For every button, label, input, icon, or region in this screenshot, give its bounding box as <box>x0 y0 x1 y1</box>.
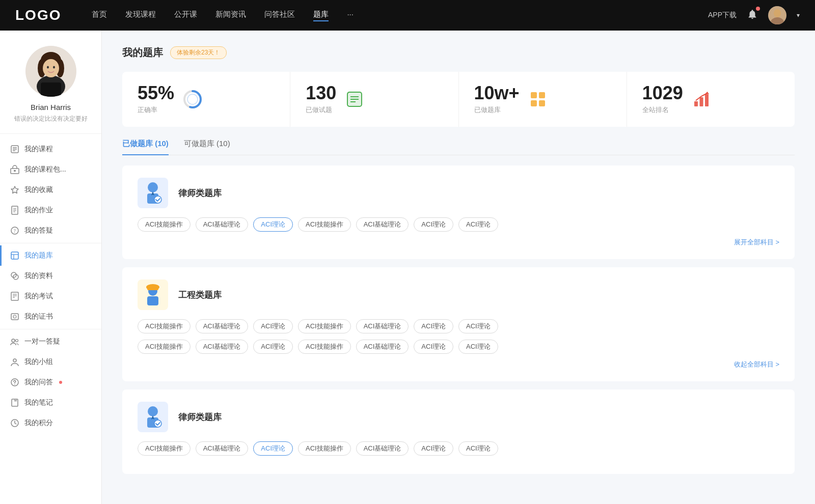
tag[interactable]: ACI基础理论 <box>356 319 409 333</box>
navbar-right: APP下载 ▾ <box>708 6 800 24</box>
svg-rect-65 <box>147 288 158 290</box>
sidebar-item-my-qa[interactable]: 我的问答 <box>0 372 101 393</box>
sidebar-menu: 我的课程 我的课程包... <box>0 134 101 438</box>
sidebar-item-package[interactable]: 我的课程包... <box>0 159 101 180</box>
star-icon <box>10 185 19 194</box>
course-icon <box>10 145 19 154</box>
tag[interactable]: ACI基础理论 <box>196 340 249 354</box>
svg-point-11 <box>53 66 55 69</box>
nav-discover[interactable]: 发现课程 <box>125 10 156 21</box>
stat-done-banks: 10w+ 已做题库 <box>459 72 627 127</box>
tag[interactable]: ACI理论 <box>253 319 293 333</box>
user-profile: Brian Harris 错误的决定比没有决定要好 <box>0 46 101 134</box>
tag[interactable]: ACI理论 <box>458 217 498 232</box>
sidebar-item-exam[interactable]: 我的考试 <box>0 286 101 306</box>
tag[interactable]: ACI基础理论 <box>356 217 409 232</box>
tag[interactable]: ACI技能操作 <box>298 217 351 232</box>
bank-icon-lawyer-1 <box>138 178 168 208</box>
main-content: 我的题库 体验剩余23天！ 55% 正确率 <box>102 31 815 504</box>
sidebar-item-points[interactable]: 我的积分 <box>0 413 101 433</box>
sidebar-item-bank[interactable]: 我的题库 <box>0 245 101 266</box>
sidebar-item-notes[interactable]: 我的笔记 <box>0 393 101 413</box>
tag[interactable]: ACI技能操作 <box>298 340 351 354</box>
tag[interactable]: ACI理论 <box>458 340 498 354</box>
bank-card-engineer: 工程类题库 ACI技能操作 ACI基础理论 ACI理论 ACI技能操作 ACI基… <box>122 267 795 381</box>
user-dropdown-arrow[interactable]: ▾ <box>797 12 800 19</box>
tag[interactable]: ACI理论 <box>458 319 498 333</box>
tabs-row: 已做题库 (10) 可做题库 (10) <box>122 139 795 155</box>
app-download-link[interactable]: APP下载 <box>708 11 737 20</box>
tag[interactable]: ACI技能操作 <box>298 441 351 456</box>
sidebar-item-qa-answer[interactable]: ? 我的答疑 <box>0 220 101 241</box>
notification-button[interactable] <box>747 9 758 22</box>
sidebar-item-certificate[interactable]: 我的证书 <box>0 306 101 327</box>
notification-badge <box>756 7 760 11</box>
page-header: 我的题库 体验剩余23天！ <box>122 46 795 60</box>
tag[interactable]: ACI技能操作 <box>138 319 191 333</box>
nav-home[interactable]: 首页 <box>92 10 107 21</box>
tag[interactable]: ACI基础理论 <box>196 441 249 456</box>
sidebar-item-group[interactable]: 我的小组 <box>0 352 101 372</box>
svg-rect-51 <box>531 92 537 98</box>
sidebar-item-homework[interactable]: 我的作业 <box>0 200 101 220</box>
tag[interactable]: ACI技能操作 <box>138 441 191 456</box>
tag[interactable]: ACI理论 <box>414 340 453 354</box>
tab-done-banks[interactable]: 已做题库 (10) <box>122 139 169 155</box>
tag-active[interactable]: ACI理论 <box>253 217 293 232</box>
bank-title-lawyer-1: 律师类题库 <box>178 187 222 199</box>
tag[interactable]: ACI基础理论 <box>356 340 409 354</box>
collapse-link-engineer[interactable]: 收起全部科目 > <box>138 360 779 369</box>
tags-row-engineer-2: ACI技能操作 ACI基础理论 ACI理论 ACI技能操作 ACI基础理论 AC… <box>138 340 779 354</box>
tag[interactable]: ACI理论 <box>414 441 453 456</box>
package-icon <box>10 165 19 174</box>
tag[interactable]: ACI理论 <box>458 441 498 456</box>
sidebar-item-favorites[interactable]: 我的收藏 <box>0 180 101 200</box>
material-icon <box>10 271 19 281</box>
tag-active[interactable]: ACI理论 <box>253 441 293 456</box>
exam-icon <box>10 292 19 301</box>
points-icon <box>10 418 19 428</box>
stat-icon-banks <box>528 89 548 109</box>
sidebar-divider-1 <box>0 243 101 243</box>
tag[interactable]: ACI技能操作 <box>138 217 191 232</box>
svg-rect-25 <box>11 252 18 259</box>
stat-label-rank: 全站排名 <box>642 105 683 115</box>
expand-link-lawyer-1[interactable]: 展开全部科目 > <box>138 238 779 247</box>
bank-icon <box>10 251 19 260</box>
nav-bank[interactable]: 题库 <box>313 10 329 21</box>
svg-rect-52 <box>539 92 545 98</box>
tag[interactable]: ACI基础理论 <box>356 441 409 456</box>
stat-value-correctness: 55% <box>138 84 174 102</box>
tag[interactable]: ACI基础理论 <box>196 319 249 333</box>
stat-label-correctness: 正确率 <box>138 105 174 115</box>
svg-point-1 <box>774 9 781 17</box>
tag[interactable]: ACI理论 <box>414 217 453 232</box>
tag[interactable]: ACI基础理论 <box>196 217 249 232</box>
stat-label-done: 已做试题 <box>306 105 336 115</box>
sidebar-item-one-on-one[interactable]: 一对一答疑 <box>0 331 101 352</box>
stat-value-rank: 1029 <box>642 84 683 102</box>
nav-qa[interactable]: 问答社区 <box>264 10 295 21</box>
svg-point-59 <box>148 182 158 192</box>
tag[interactable]: ACI理论 <box>253 340 293 354</box>
nav-more[interactable]: ··· <box>347 10 354 21</box>
svg-rect-57 <box>705 94 709 106</box>
bank-icon-engineer <box>138 279 168 310</box>
tag[interactable]: ACI理论 <box>414 319 453 333</box>
user-avatar-large <box>25 46 76 97</box>
sidebar: Brian Harris 错误的决定比没有决定要好 我的课程 <box>0 31 102 504</box>
svg-point-10 <box>47 66 49 69</box>
bank-card-lawyer-2: 律师类题库 ACI技能操作 ACI基础理论 ACI理论 ACI技能操作 ACI基… <box>122 389 795 474</box>
sidebar-item-material[interactable]: 我的资料 <box>0 266 101 286</box>
user-avatar-nav[interactable] <box>768 6 786 24</box>
nav-news[interactable]: 新闻资讯 <box>215 10 246 21</box>
bank-title-lawyer-2: 律师类题库 <box>178 411 222 423</box>
svg-point-37 <box>16 340 18 342</box>
bank-icon-lawyer-2 <box>138 402 168 432</box>
sidebar-item-course[interactable]: 我的课程 <box>0 139 101 159</box>
tag[interactable]: ACI技能操作 <box>138 340 191 354</box>
qa-red-dot <box>59 381 62 384</box>
tag[interactable]: ACI技能操作 <box>298 319 351 333</box>
tab-available-banks[interactable]: 可做题库 (10) <box>184 139 230 155</box>
nav-opencourse[interactable]: 公开课 <box>174 10 197 21</box>
